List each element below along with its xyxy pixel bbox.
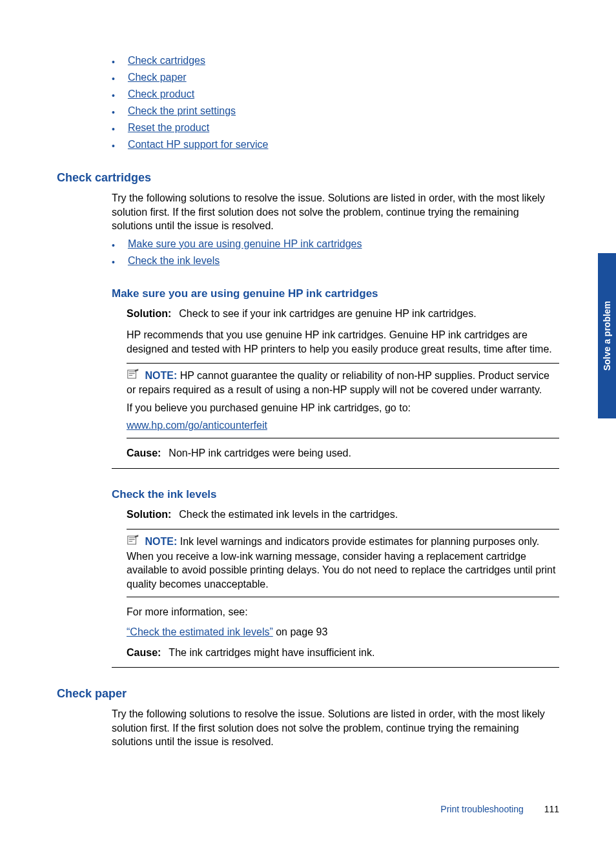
- paragraph: HP recommends that you use genuine HP in…: [127, 328, 559, 356]
- toc-link-check-cartridges[interactable]: Check cartridges: [128, 55, 205, 67]
- toc-link-contact-support[interactable]: Contact HP support for service: [128, 139, 269, 150]
- list-item: •Make sure you are using genuine HP ink …: [112, 238, 559, 252]
- solution-text: Check the estimated ink levels in the ca…: [179, 509, 398, 520]
- toc-item: •Check product: [112, 88, 559, 103]
- bullet-icon: •: [112, 139, 115, 153]
- intro-text: Try the following solutions to resolve t…: [112, 191, 559, 233]
- cause-block: Cause:The ink cartridges might have insu…: [127, 646, 559, 660]
- cause-label: Cause:: [127, 447, 161, 458]
- svg-rect-1: [128, 536, 136, 544]
- bullet-icon: •: [112, 72, 115, 86]
- divider: [112, 667, 559, 668]
- xref-suffix: on page 93: [273, 626, 328, 637]
- toc-link-check-print-settings[interactable]: Check the print settings: [128, 105, 236, 117]
- solution-block: Solution:Check the estimated ink levels …: [127, 508, 559, 522]
- sublink-check-ink-levels[interactable]: Check the ink levels: [128, 255, 220, 269]
- page-footer: Print troubleshooting 111: [440, 804, 559, 814]
- heading-check-cartridges: Check cartridges: [57, 171, 559, 185]
- sidebar-tab: Solve a problem: [598, 253, 616, 418]
- heading-check-paper: Check paper: [57, 687, 559, 701]
- bullet-icon: •: [112, 55, 115, 69]
- xref-link[interactable]: “Check the estimated ink levels”: [127, 626, 273, 637]
- cause-text: Non-HP ink cartridges were being used.: [169, 447, 351, 458]
- subheading-genuine-cartridges: Make sure you are using genuine HP ink c…: [112, 287, 559, 300]
- bullet-icon: •: [112, 238, 115, 252]
- divider: [112, 468, 559, 469]
- bullet-icon: •: [112, 88, 115, 103]
- note-text: Ink level warnings and indicators provid…: [127, 536, 555, 590]
- toc-list: •Check cartridges •Check paper •Check pr…: [112, 55, 559, 153]
- note-box: NOTE: HP cannot guarantee the quality or…: [127, 363, 559, 438]
- sub-list: •Make sure you are using genuine HP ink …: [112, 238, 559, 269]
- solution-text: Check to see if your ink cartridges are …: [179, 308, 476, 319]
- xref-line: “Check the estimated ink levels” on page…: [127, 625, 559, 639]
- sidebar-label: Solve a problem: [602, 301, 612, 371]
- toc-link-check-paper[interactable]: Check paper: [128, 72, 187, 83]
- svg-rect-0: [128, 370, 136, 378]
- note-label: NOTE:: [145, 370, 177, 381]
- solution-label: Solution:: [127, 308, 171, 319]
- bullet-icon: •: [112, 122, 115, 136]
- solution-block: Solution:Check to see if your ink cartri…: [127, 307, 559, 321]
- bullet-icon: •: [112, 255, 115, 269]
- bullet-icon: •: [112, 105, 115, 119]
- cause-label: Cause:: [127, 647, 161, 658]
- toc-item: •Contact HP support for service: [112, 139, 559, 153]
- toc-item: •Check cartridges: [112, 55, 559, 69]
- sublink-genuine-cartridges[interactable]: Make sure you are using genuine HP ink c…: [128, 238, 362, 252]
- footer-title: Print troubleshooting: [440, 804, 523, 814]
- note-para: If you believe you purchased genuine HP …: [127, 401, 559, 415]
- note-icon: [127, 535, 139, 550]
- toc-link-reset-product[interactable]: Reset the product: [128, 122, 209, 134]
- cause-text: The ink cartridges might have insufficie…: [169, 647, 375, 658]
- toc-item: •Reset the product: [112, 122, 559, 136]
- note-label: NOTE:: [145, 536, 177, 547]
- solution-label: Solution:: [127, 509, 171, 520]
- list-item: •Check the ink levels: [112, 255, 559, 269]
- note-box: NOTE: Ink level warnings and indicators …: [127, 529, 559, 597]
- anticounterfeit-link[interactable]: www.hp.com/go/anticounterfeit: [127, 420, 267, 431]
- toc-item: •Check paper: [112, 72, 559, 86]
- more-info-text: For more information, see:: [127, 605, 559, 619]
- note-text: HP cannot guarantee the quality or relia…: [127, 370, 549, 396]
- note-icon: [127, 369, 139, 384]
- toc-link-check-product[interactable]: Check product: [128, 88, 194, 100]
- toc-item: •Check the print settings: [112, 105, 559, 119]
- cause-block: Cause:Non-HP ink cartridges were being u…: [127, 446, 559, 460]
- page-number: 111: [544, 804, 559, 814]
- subheading-check-ink-levels: Check the ink levels: [112, 488, 559, 501]
- intro-text: Try the following solutions to resolve t…: [112, 707, 559, 749]
